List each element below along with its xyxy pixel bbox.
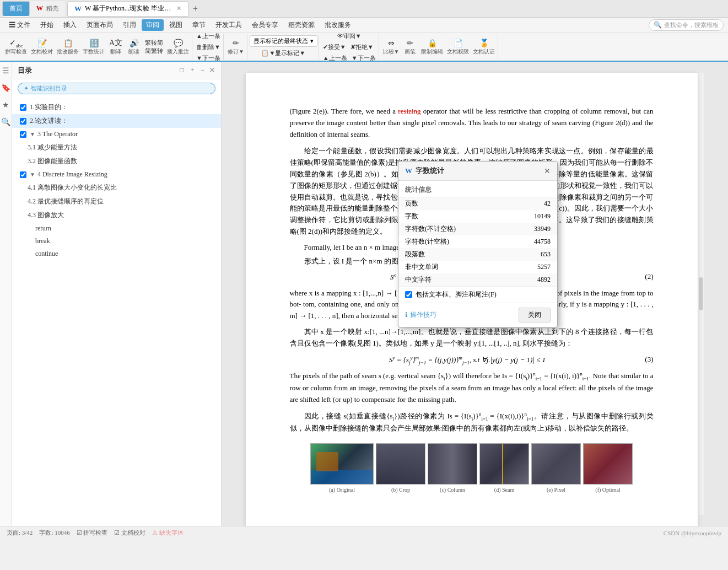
- review-btn[interactable]: 👁审阅▼: [321, 33, 378, 41]
- menu-dev[interactable]: 开发工具: [211, 19, 246, 31]
- formula-num-1: (2): [645, 271, 653, 283]
- next-comment-btn[interactable]: ▼ 下一条: [195, 53, 222, 62]
- toc-check-4[interactable]: [20, 171, 26, 178]
- doc-para-cn-4: 因此，接缝 s(如垂直接缝{si})路径的像素为 Is = {I(si)}ni=…: [290, 410, 654, 434]
- correct-btn[interactable]: 📋 批改服务: [55, 37, 80, 57]
- menu-layout[interactable]: 页面布局: [82, 19, 117, 31]
- menu-chapter[interactable]: 章节: [188, 19, 210, 31]
- dialog-title-text: W 字数统计: [405, 166, 444, 176]
- restrict-edit-btn[interactable]: 🔒 限制编辑: [419, 37, 445, 57]
- reject-icon: ✘: [350, 44, 355, 51]
- toc-expand-icon[interactable]: □: [177, 65, 186, 76]
- doc-check-icon: 📝: [37, 39, 47, 48]
- dialog-close-button[interactable]: 关闭: [519, 308, 551, 322]
- accept-btn[interactable]: ✔接受▼: [321, 42, 348, 52]
- toc-item-4-1[interactable]: 4.1 离散图像大小变化的长宽比: [12, 181, 221, 195]
- sidebar-star-icon[interactable]: ★: [0, 98, 12, 112]
- toc-check-3[interactable]: [20, 131, 26, 138]
- doc-tab-label: W 基于Python...现实验 毕业论文: [85, 4, 173, 13]
- sidebar-toc-icon[interactable]: ☰: [0, 64, 12, 78]
- word-count-btn[interactable]: 🔢 字数统计: [81, 37, 106, 57]
- stat-value-chars-no-space: 33949: [507, 223, 557, 235]
- tab-home[interactable]: 首页: [2, 1, 30, 17]
- toc-check-1[interactable]: [20, 104, 26, 111]
- dialog-stats-table: 页数 42 字数 10149 字符数(不计空格) 33949 字符数(计空格) …: [398, 197, 557, 286]
- include-textbox-checkbox[interactable]: [405, 291, 412, 298]
- table-row: 段落数 653: [398, 248, 557, 261]
- delete-comment-btn[interactable]: 🗑 删除▼: [195, 42, 222, 52]
- doc-check-btn[interactable]: 📝 文档校对: [29, 37, 55, 57]
- doc-rights-btn[interactable]: 📄 文档权限: [445, 37, 471, 57]
- dialog-close-btn[interactable]: ✕: [544, 166, 551, 176]
- toc-collapse-icon[interactable]: +: [188, 65, 196, 76]
- translate-icon: A文: [109, 38, 122, 48]
- tips-link[interactable]: ℹ 操作技巧: [405, 310, 436, 320]
- toc-item-1[interactable]: 1.实验目的：: [12, 100, 221, 114]
- menu-review[interactable]: 审阅: [142, 19, 164, 31]
- smart-label: 智能识别目录: [31, 84, 67, 93]
- toc-minus-icon[interactable]: −: [198, 65, 207, 76]
- next-change-btn[interactable]: ▼下一条: [350, 53, 378, 62]
- doc-tab-close[interactable]: ✕: [176, 5, 181, 12]
- menu-ref[interactable]: 引用: [118, 19, 141, 31]
- doc-rights-icon: 📄: [454, 39, 463, 48]
- menu-view[interactable]: 视图: [165, 19, 187, 31]
- doc-area[interactable]: (Figure 2(e)). There fore, we need a res…: [222, 62, 728, 526]
- doc-tab-logo: W: [74, 4, 82, 13]
- menu-shell[interactable]: 稻壳资源: [284, 19, 319, 31]
- menu-start[interactable]: 开始: [36, 19, 58, 31]
- toc-item-3-1[interactable]: 3.1 减少能量方法: [12, 141, 221, 154]
- toc-item-break[interactable]: break: [12, 235, 221, 248]
- img-label-original: (a) Original: [329, 486, 355, 494]
- search-box[interactable]: 🔍 查找命令，搜索模板: [649, 19, 724, 31]
- doc-cert-btn[interactable]: 🏅 文档认证: [471, 37, 497, 57]
- toc-item-4-2[interactable]: 4.2 最优接缝顺序的再定位: [12, 195, 221, 208]
- status-missing-font[interactable]: ⚠ 缺失字体: [152, 529, 184, 537]
- status-doc-check[interactable]: ☑ 文档校对: [114, 529, 145, 537]
- menu-file[interactable]: ☰ 文件: [4, 19, 35, 31]
- toc-item-4-3[interactable]: 4.3 图像放大: [12, 208, 221, 222]
- include-textbox-label: 包括文本框、脚注和尾注(F): [416, 290, 497, 299]
- toc-item-4[interactable]: ▼ 4 Discrete Image Resizing: [12, 168, 221, 181]
- sidebar-bookmark-icon[interactable]: 🔖: [0, 81, 13, 95]
- brush-btn[interactable]: ✏ 画笔: [401, 37, 419, 57]
- toc-item-3[interactable]: ▼ 3 The Operator: [12, 128, 221, 141]
- menu-insert[interactable]: 插入: [59, 19, 81, 31]
- tab-doc[interactable]: W W 基于Python...现实验 毕业论文 ✕: [67, 1, 188, 17]
- sidebar-search-icon[interactable]: 🔍: [0, 115, 13, 129]
- dialog-title-label: 字数统计: [416, 166, 444, 176]
- menu-correct[interactable]: 批改服务: [320, 19, 355, 31]
- toc-item-continue[interactable]: continue: [12, 248, 221, 260]
- tab-add[interactable]: +: [188, 4, 202, 14]
- compare-btn[interactable]: ⇔ 比较▼: [381, 37, 401, 57]
- scroll-track[interactable]: [698, 73, 704, 515]
- smart-identify-btn[interactable]: ✦ 智能识别目录: [18, 83, 215, 94]
- track-changes-btn[interactable]: ✏ 修订▼: [226, 37, 246, 57]
- search-placeholder: 查找命令，搜索模板: [664, 21, 719, 29]
- img-label-crop: (b) Crop: [391, 486, 410, 494]
- translate-btn[interactable]: A文 翻译: [107, 37, 125, 57]
- toc-item-return[interactable]: return: [12, 222, 221, 235]
- menu-vip[interactable]: 会员专享: [247, 19, 283, 31]
- stat-value-pages: 42: [507, 197, 557, 210]
- toc-title: 目录: [18, 66, 32, 76]
- status-spell-check[interactable]: ☑ 拼写检查: [77, 529, 108, 537]
- scroll-thumb[interactable]: [699, 277, 703, 310]
- tab-wps[interactable]: W 稻壳: [30, 1, 65, 17]
- display-status-dropdown[interactable]: 显示标记的最终状态 ▾: [250, 35, 317, 47]
- read-aloud-btn[interactable]: 🔊 朗读: [125, 37, 143, 57]
- spell-check-btn[interactable]: ✓abc 拼写检查: [3, 37, 29, 57]
- toc-check-2[interactable]: [20, 118, 26, 125]
- insert-comment-btn[interactable]: 💬 插入批注: [165, 37, 191, 57]
- trad-simp-btn[interactable]: 繁转简简繁转: [143, 37, 165, 56]
- prev-comment-btn[interactable]: ▲ 上一条: [195, 33, 222, 41]
- toc-close-btn[interactable]: ✕: [209, 66, 215, 75]
- prev-change-btn[interactable]: ▲上一条: [321, 53, 349, 62]
- toc-item-3-2[interactable]: 3.2 图像能量函数: [12, 154, 221, 168]
- toc-item-2[interactable]: 2.论文讲读：: [12, 114, 221, 128]
- show-mark-btn[interactable]: 📋 ▼显示标记▼: [250, 48, 317, 58]
- dialog-box: W 字数统计 ✕ 统计信息 页数 42 字数 10149: [398, 161, 558, 327]
- toc-separator: [12, 99, 221, 99]
- img-crop: [376, 443, 425, 485]
- reject-btn[interactable]: ✘拒绝▼: [349, 42, 375, 52]
